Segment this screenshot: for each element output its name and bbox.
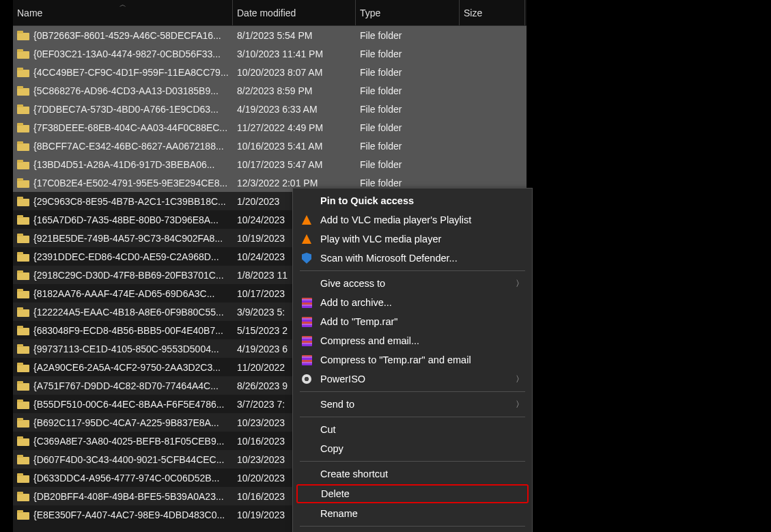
file-name-label: {683048F9-ECD8-4B56-BBB5-00F4E40B7...	[33, 325, 229, 336]
ctx-give-access-to[interactable]: Give access to 〉	[294, 274, 531, 293]
ctx-add-to-temp-rar[interactable]: Add to "Temp.rar"	[294, 312, 531, 331]
folder-icon	[17, 141, 29, 151]
file-name-label: {DB20BFF4-408F-49B4-BFE5-5B39A0A23...	[33, 491, 229, 502]
folder-icon	[17, 363, 29, 372]
cell-name: {921BE5DE-749B-4A57-9C73-84C902FA8...	[13, 233, 233, 244]
column-size-header[interactable]: Size	[460, 0, 525, 25]
ctx-copy[interactable]: Copy	[294, 439, 531, 458]
file-name-label: {7DDBEC7A-573D-4BD0-A766-1E9CD63...	[33, 104, 229, 115]
shield-icon	[300, 252, 313, 264]
cell-name: {5C868276-AD96-4CD3-AA13-D03185B9...	[13, 85, 233, 96]
cell-date: 4/19/2023 6:33 AM	[233, 104, 356, 115]
cell-date: 3/10/2023 11:41 PM	[233, 48, 356, 59]
table-row[interactable]: {4CC49BE7-CF9C-4D1F-959F-11EA8CC79...10/…	[13, 63, 527, 81]
rar-icon	[300, 335, 313, 347]
table-row[interactable]: {5C868276-AD96-4CD3-AA13-D03185B9...8/2/…	[13, 81, 527, 100]
file-name-label: {2391DDEC-ED86-4CD0-AE59-C2A968D...	[33, 251, 229, 262]
folder-icon	[17, 31, 29, 40]
table-row[interactable]: {7F38DEEE-68EB-404C-AA03-44F0C88EC...11/…	[13, 118, 527, 137]
file-name-label: {C369A8E7-3A80-4025-BEFB-81F05CEB9...	[33, 436, 229, 447]
ctx-send-to[interactable]: Send to 〉	[294, 395, 531, 414]
ctx-separator	[300, 417, 525, 417]
folder-icon	[17, 68, 29, 77]
ctx-defender-scan[interactable]: Scan with Microsoft Defender...	[294, 249, 531, 268]
cell-name: {0EF03C21-13A0-4474-9827-0CBD56F33...	[13, 48, 233, 59]
cell-name: {A2A90CE6-2A5A-4CF2-9750-2AA3D2C3...	[13, 362, 233, 373]
file-name-label: {4CC49BE7-CF9C-4D1F-959F-11EA8CC79...	[33, 67, 229, 78]
cell-date: 8/1/2023 5:54 PM	[233, 30, 356, 41]
table-row[interactable]: {7DDBEC7A-573D-4BD0-A766-1E9CD63...4/19/…	[13, 100, 527, 118]
ctx-separator	[300, 270, 525, 271]
cell-name: {DB20BFF4-408F-49B4-BFE5-5B39A0A23...	[13, 491, 233, 502]
file-name-label: {122224A5-EAAC-4B18-A8E6-0F9B80C55...	[33, 307, 229, 318]
column-name-header[interactable]: Name ︿	[13, 0, 233, 25]
ctx-separator	[300, 391, 525, 392]
ctx-cut[interactable]: Cut	[294, 420, 531, 439]
cell-date: 8/2/2023 8:59 PM	[233, 85, 356, 96]
cell-name: {2391DDEC-ED86-4CD0-AE59-C2A968D...	[13, 251, 233, 262]
table-row[interactable]: {0B72663F-8601-4529-A46C-58DECFA16...8/1…	[13, 26, 527, 44]
cell-name: {A751F767-D9DD-4C82-8D70-77464A4C...	[13, 380, 233, 391]
chevron-right-icon: 〉	[516, 374, 524, 385]
file-name-label: {D633DDC4-A956-4777-974C-0C06D52B...	[33, 473, 229, 484]
cell-name: {7DDBEC7A-573D-4BD0-A766-1E9CD63...	[13, 104, 233, 115]
column-header-row: Name ︿ Date modified Type Size	[13, 0, 527, 26]
table-row[interactable]: {13BD4D51-A28A-41D6-917D-3BEBA06...10/17…	[13, 155, 527, 173]
cell-type: File folder	[356, 159, 460, 170]
folder-icon	[17, 326, 29, 335]
sort-ascending-icon: ︿	[120, 0, 126, 10]
column-type-header[interactable]: Type	[356, 0, 460, 25]
folder-icon	[17, 344, 29, 354]
file-name-label: {B692C117-95DC-4CA7-A225-9B837E8A...	[33, 417, 229, 428]
folder-icon	[17, 270, 29, 280]
cell-type: File folder	[356, 122, 460, 133]
column-date-header[interactable]: Date modified	[233, 0, 356, 25]
ctx-vlc-play[interactable]: Play with VLC media player	[294, 229, 531, 249]
cell-type: File folder	[356, 30, 460, 41]
file-name-label: {0EF03C21-13A0-4474-9827-0CBD56F33...	[33, 48, 229, 59]
cell-name: {2918C29C-D30D-47F8-BB69-20FB3701C...	[13, 270, 233, 281]
folder-icon	[17, 160, 29, 169]
cell-name: {122224A5-EAAC-4B18-A8E6-0F9B80C55...	[13, 307, 233, 318]
ctx-compress-temp-email[interactable]: Compress to "Temp.rar" and email	[294, 350, 531, 369]
table-row[interactable]: {0EF03C21-13A0-4474-9827-0CBD56F33...3/1…	[13, 44, 527, 63]
ctx-poweriso[interactable]: PowerISO 〉	[294, 369, 531, 389]
file-name-label: {921BE5DE-749B-4A57-9C73-84C902FA8...	[33, 233, 229, 244]
file-name-label: {0B72663F-8601-4529-A46C-58DECFA16...	[33, 30, 229, 41]
rar-icon	[300, 354, 313, 366]
ctx-vlc-add-playlist[interactable]: Add to VLC media player's Playlist	[294, 210, 531, 229]
folder-icon	[17, 492, 29, 501]
cell-type: File folder	[356, 178, 460, 188]
folder-icon	[17, 418, 29, 428]
cell-name: {E8E350F7-A407-4AC7-98E9-4DBD483C0...	[13, 509, 233, 520]
folder-icon	[17, 123, 29, 132]
file-name-label: {13BD4D51-A28A-41D6-917D-3BEBA06...	[33, 159, 229, 170]
ctx-create-shortcut[interactable]: Create shortcut	[294, 464, 531, 484]
table-row[interactable]: {8BCFF7AC-E342-46BC-8627-AA0672188...10/…	[13, 137, 527, 155]
file-name-label: {99737113-CE1D-4105-850C-9553D5004...	[33, 344, 229, 354]
file-name-label: {17C0B2E4-E502-4791-95E5-9E3E294CE8...	[33, 178, 229, 188]
chevron-right-icon: 〉	[516, 399, 524, 410]
ctx-separator	[300, 526, 525, 527]
cell-name: {B55DF510-00C6-44EC-8BAA-F6F5E4786...	[13, 399, 233, 410]
chevron-right-icon: 〉	[516, 278, 524, 290]
file-name-label: {A751F767-D9DD-4C82-8D70-77464A4C...	[33, 380, 229, 391]
cell-type: File folder	[356, 141, 460, 152]
rar-icon	[300, 296, 313, 309]
cell-name: {17C0B2E4-E502-4791-95E5-9E3E294CE8...	[13, 178, 233, 188]
cell-date: 11/27/2022 4:49 PM	[233, 122, 356, 133]
folder-icon	[17, 307, 29, 317]
ctx-add-to-archive[interactable]: Add to archive...	[294, 293, 531, 312]
cell-name: {165A7D6D-7A35-48BE-80B0-73D96E8A...	[13, 214, 233, 225]
ctx-delete[interactable]: Delete	[296, 484, 529, 503]
file-name-label: {165A7D6D-7A35-48BE-80B0-73D96E8A...	[33, 214, 229, 225]
cell-name: {D607F4D0-3C43-4400-9021-5CFB44CEC...	[13, 454, 233, 465]
folder-icon	[17, 473, 29, 483]
folder-icon	[17, 436, 29, 446]
cell-date: 10/17/2023 5:47 AM	[233, 159, 356, 170]
ctx-rename[interactable]: Rename	[294, 504, 531, 523]
ctx-compress-email[interactable]: Compress and email...	[294, 331, 531, 350]
ctx-pin-to-quick-access[interactable]: Pin to Quick access	[294, 191, 531, 210]
folder-icon	[17, 49, 29, 59]
cell-name: {B692C117-95DC-4CA7-A225-9B837E8A...	[13, 417, 233, 428]
